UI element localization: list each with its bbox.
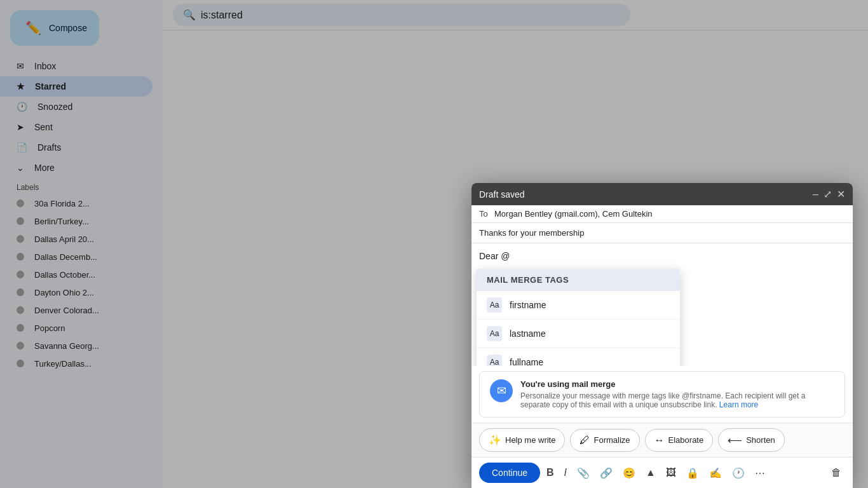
merge-info-desc: Personalize your message with merge tags… xyxy=(520,391,834,409)
formalize-button[interactable]: 🖊 Formalize xyxy=(570,429,639,452)
italic-button[interactable]: I xyxy=(560,464,571,481)
mail-merge-header: MAIL MERGE TAGS xyxy=(477,269,680,291)
subject-field[interactable]: Thanks for your membership xyxy=(471,223,853,243)
merge-info-title: You're using mail merge xyxy=(520,379,834,389)
help-me-write-button[interactable]: ✨ Help me write xyxy=(479,428,565,452)
close-button[interactable]: ✕ xyxy=(837,188,845,200)
compose-header: Draft saved – ⤢ ✕ xyxy=(471,183,853,205)
lastname-icon: Aa xyxy=(487,326,502,341)
body-text: Dear @ xyxy=(479,251,845,261)
to-field[interactable]: To Morgan Bentley (gmail.com), Cem Gulte… xyxy=(471,205,853,223)
ai-suggestion-bar: ✨ Help me write 🖊 Formalize ↔ Elaborate … xyxy=(471,423,853,457)
popout-button[interactable]: ⤢ xyxy=(824,188,832,200)
link-icon: 🔗 xyxy=(600,467,613,479)
photo-button[interactable]: 🖼 xyxy=(662,464,680,481)
subject-value: Thanks for your membership xyxy=(479,228,584,238)
signature-button[interactable]: ✍ xyxy=(705,464,726,482)
merge-tag-label: firstname xyxy=(510,300,546,310)
firstname-icon: Aa xyxy=(487,297,502,313)
merge-tag-firstname[interactable]: Aa firstname xyxy=(477,291,680,320)
elaborate-label: Elaborate xyxy=(668,435,704,445)
merge-info-banner: ✉ You're using mail merge Personalize yo… xyxy=(479,371,845,417)
help-me-write-icon: ✨ xyxy=(489,434,501,446)
merge-tag-fullname[interactable]: Aa fullname xyxy=(477,348,680,366)
more-options-button[interactable]: ⋯ xyxy=(751,464,769,482)
bold-icon: B xyxy=(546,467,554,478)
drive-button[interactable]: ▲ xyxy=(642,464,660,481)
compose-body[interactable]: Dear @ MAIL MERGE TAGS Aa firstname Aa l… xyxy=(471,243,853,366)
shorten-icon: ⟵ xyxy=(728,434,742,446)
merge-tag-lastname[interactable]: Aa lastname xyxy=(477,320,680,348)
continue-button[interactable]: Continue xyxy=(479,463,540,483)
learn-more-link[interactable]: Learn more xyxy=(719,400,758,409)
more-options-icon: ⋯ xyxy=(755,467,765,479)
formalize-icon: 🖊 xyxy=(580,435,590,446)
discard-button[interactable]: 🗑 xyxy=(827,464,845,481)
shorten-label: Shorten xyxy=(746,435,775,445)
emoji-button[interactable]: 😊 xyxy=(619,464,639,482)
italic-icon: I xyxy=(564,467,567,478)
emoji-icon: 😊 xyxy=(623,467,635,479)
merge-tag-label: lastname xyxy=(510,329,546,339)
elaborate-button[interactable]: ↔ Elaborate xyxy=(645,429,714,452)
merge-tag-label: fullname xyxy=(510,357,543,366)
formalize-label: Formalize xyxy=(593,435,630,445)
shorten-button[interactable]: ⟵ Shorten xyxy=(718,428,785,452)
minimize-button[interactable]: – xyxy=(813,189,818,200)
lock-button[interactable]: 🔒 xyxy=(682,464,703,482)
attach-button[interactable]: 📎 xyxy=(573,464,593,482)
link-button[interactable]: 🔗 xyxy=(596,464,616,482)
photo-icon: 🖼 xyxy=(666,467,676,478)
merge-info-text: You're using mail merge Personalize your… xyxy=(520,379,834,409)
mail-merge-dropdown: MAIL MERGE TAGS Aa firstname Aa lastname… xyxy=(477,269,680,366)
fullname-icon: Aa xyxy=(487,355,502,366)
help-me-write-label: Help me write xyxy=(505,435,555,445)
drive-icon: ▲ xyxy=(646,467,656,478)
lock-icon: 🔒 xyxy=(686,467,699,479)
merge-info-icon: ✉ xyxy=(490,379,513,402)
attach-icon: 📎 xyxy=(577,467,590,479)
to-label: To xyxy=(479,209,492,219)
bold-button[interactable]: B xyxy=(543,464,558,481)
compose-window: Draft saved – ⤢ ✕ To Morgan Bentley (gma… xyxy=(471,183,853,488)
schedule-button[interactable]: 🕐 xyxy=(728,464,749,482)
compose-header-icons: – ⤢ ✕ xyxy=(813,188,845,200)
compose-header-title: Draft saved xyxy=(479,189,813,200)
compose-toolbar: Continue B I 📎 🔗 😊 ▲ 🖼 🔒 ✍ 🕐 xyxy=(471,457,853,488)
discard-icon: 🗑 xyxy=(831,467,841,478)
to-value: Morgan Bentley (gmail.com), Cem Gultekin xyxy=(494,209,845,219)
elaborate-icon: ↔ xyxy=(654,435,665,446)
schedule-icon: 🕐 xyxy=(732,467,745,479)
signature-icon: ✍ xyxy=(709,467,722,479)
